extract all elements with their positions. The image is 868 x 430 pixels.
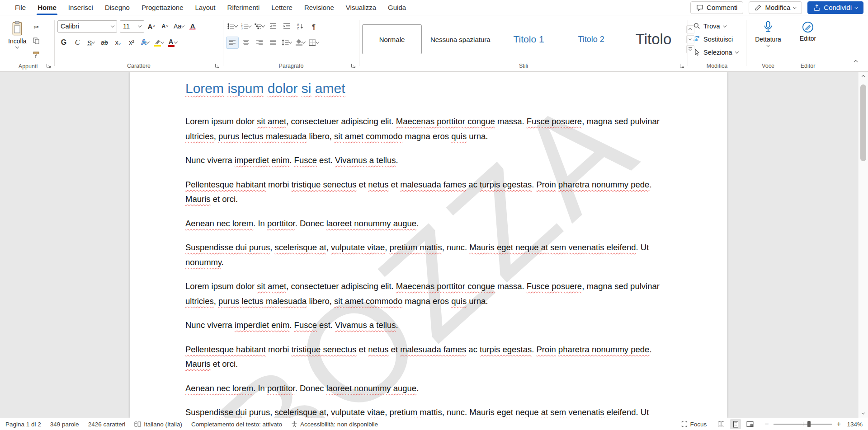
comments-button[interactable]: Commenti (690, 1, 743, 14)
align-left-button[interactable] (226, 37, 239, 49)
page-indicator[interactable]: Pagina 1 di 2 (5, 421, 41, 428)
font-family-select[interactable]: Calibri (57, 20, 117, 33)
select-button[interactable]: Seleziona (691, 46, 741, 58)
style-card-normal[interactable]: Normale (362, 24, 422, 54)
find-label: Trova (703, 23, 720, 30)
find-button[interactable]: Trova (691, 20, 741, 32)
bold-button[interactable]: G (57, 37, 70, 49)
borders-button[interactable] (307, 37, 320, 49)
paragraph-marks-button[interactable]: ¶ (307, 20, 320, 33)
collapse-ribbon-button[interactable] (851, 57, 861, 67)
dictate-button[interactable]: Dettatura (751, 18, 785, 61)
document-paragraph[interactable]: Suspendisse dui purus, scelerisque at, v… (185, 240, 670, 270)
style-card-nospace[interactable]: Nessuna spaziatura (425, 24, 496, 54)
italic-button[interactable]: C (71, 37, 84, 49)
style-card-label: Normale (379, 36, 405, 43)
clear-formatting-button[interactable]: A (186, 20, 199, 33)
document-paragraph[interactable]: Aenean nec lorem. In porttitor. Donec la… (185, 381, 670, 396)
document-paragraph[interactable]: Pellentesque habitant morbi tristique se… (185, 342, 670, 372)
document-heading[interactable]: Lorem ispum dolor si amet (185, 81, 670, 96)
text-run: urna. (467, 131, 488, 141)
menu-tab-riferimenti[interactable]: Riferimenti (222, 0, 266, 15)
text-run: et (388, 345, 400, 354)
align-center-button[interactable] (240, 37, 252, 49)
clipboard-dialog-launcher[interactable] (46, 63, 52, 69)
zoom-slider[interactable] (774, 424, 832, 425)
menu-tab-guida[interactable]: Guida (382, 0, 412, 15)
copy-button[interactable] (30, 35, 42, 47)
style-card-title[interactable]: Titolo (624, 24, 684, 54)
menu-tab-inserisci[interactable]: Inserisci (62, 0, 99, 15)
menu-tab-progettazione[interactable]: Progettazione (136, 0, 189, 15)
style-card-h1[interactable]: Titolo 1 (499, 24, 559, 54)
subscript-button[interactable]: x₂ (112, 37, 124, 49)
replace-button[interactable]: ab Sostituisci (691, 33, 741, 45)
text-run: . (289, 320, 294, 330)
menu-tab-revisione[interactable]: Revisione (298, 0, 340, 15)
document-paragraph[interactable]: Aenean nec lorem. In porttitor. Donec la… (185, 216, 670, 231)
menu-tab-disegno[interactable]: Disegno (99, 0, 136, 15)
multilevel-list-button[interactable] (253, 20, 266, 33)
share-button[interactable]: Condividi (807, 1, 863, 14)
shading-button[interactable] (294, 37, 307, 49)
menu-tab-visualizza[interactable]: Visualizza (340, 0, 382, 15)
grow-font-button[interactable]: A˄ (145, 20, 158, 33)
text-effects-button[interactable]: A (139, 37, 151, 49)
menu-tab-home[interactable]: Home (32, 0, 62, 15)
strikethrough-button[interactable]: ab (98, 37, 111, 49)
format-painter-button[interactable] (30, 49, 42, 61)
underline-button[interactable]: S (85, 37, 97, 49)
line-spacing-button[interactable] (280, 37, 293, 49)
align-right-button[interactable] (253, 37, 266, 49)
justify-button[interactable] (267, 37, 279, 49)
menu-tab-file[interactable]: File (9, 0, 32, 15)
char-count[interactable]: 2426 caratteri (88, 421, 126, 428)
word-count[interactable]: 349 parole (50, 421, 79, 428)
scrollbar-thumb[interactable] (860, 84, 866, 161)
read-mode-button[interactable] (716, 419, 726, 429)
zoom-level[interactable]: 134% (845, 421, 863, 428)
editor-button[interactable]: Editor (796, 18, 820, 61)
document-paragraph[interactable]: Pellentesque habitant morbi tristique se… (185, 178, 670, 207)
paragraph-dialog-launcher[interactable] (351, 63, 356, 69)
document-paragraph[interactable]: Lorem ipsum dolor sit amet, consectetuer… (185, 114, 670, 144)
zoom-out-button[interactable]: − (764, 421, 769, 428)
sort-button[interactable]: AZ (294, 20, 307, 33)
document-paragraph[interactable]: Nunc viverra imperdiet enim. Fusce est. … (185, 153, 670, 168)
paste-button[interactable]: Incolla (5, 18, 30, 61)
font-color-button[interactable]: A (166, 37, 179, 49)
style-card-label: Titolo 2 (578, 35, 604, 44)
chevron-down-icon (111, 23, 114, 27)
shrink-font-button[interactable]: A˅ (159, 20, 171, 33)
accessibility-indicator[interactable]: Accessibilità: non disponibile (291, 421, 378, 428)
numbering-button[interactable]: 123 (240, 20, 252, 33)
web-layout-button[interactable] (745, 419, 755, 429)
increase-indent-button[interactable] (280, 20, 293, 33)
decrease-indent-button[interactable] (267, 20, 279, 33)
menu-tab-lettere[interactable]: Lettere (265, 0, 298, 15)
document-paragraph[interactable]: Suspendisse dui purus, scelerisque at, v… (185, 405, 670, 418)
scroll-down-arrow[interactable] (859, 409, 868, 418)
vertical-scrollbar[interactable] (858, 72, 868, 418)
style-card-h2[interactable]: Titolo 2 (561, 24, 621, 54)
page[interactable]: BOZZA Lorem ispum dolor si ametLorem ips… (130, 72, 727, 418)
print-layout-button[interactable] (730, 419, 741, 429)
text-completion-indicator[interactable]: Completamento del testo: attivato (191, 421, 282, 428)
font-dialog-launcher[interactable] (215, 63, 220, 69)
change-case-button[interactable]: Aa (172, 20, 185, 33)
zoom-slider-thumb[interactable] (807, 421, 811, 427)
styles-dialog-launcher[interactable] (679, 63, 685, 69)
language-indicator[interactable]: Italiano (Italia) (134, 421, 182, 428)
focus-mode-button[interactable]: Focus (681, 421, 707, 428)
font-size-select[interactable]: 11 (120, 20, 144, 33)
zoom-in-button[interactable]: + (837, 421, 841, 428)
cut-button[interactable]: ✂ (30, 21, 42, 33)
scroll-up-arrow[interactable] (859, 72, 868, 81)
superscript-button[interactable]: x² (125, 37, 138, 49)
document-paragraph[interactable]: Nunc viverra imperdiet enim. Fusce est. … (185, 318, 670, 333)
menu-tab-layout[interactable]: Layout (189, 0, 222, 15)
document-paragraph[interactable]: Lorem ipsum dolor sit amet, consectetuer… (185, 279, 670, 308)
highlight-button[interactable] (152, 37, 165, 49)
editing-mode-button[interactable]: Modifica (749, 1, 802, 14)
bullets-button[interactable] (226, 20, 239, 33)
